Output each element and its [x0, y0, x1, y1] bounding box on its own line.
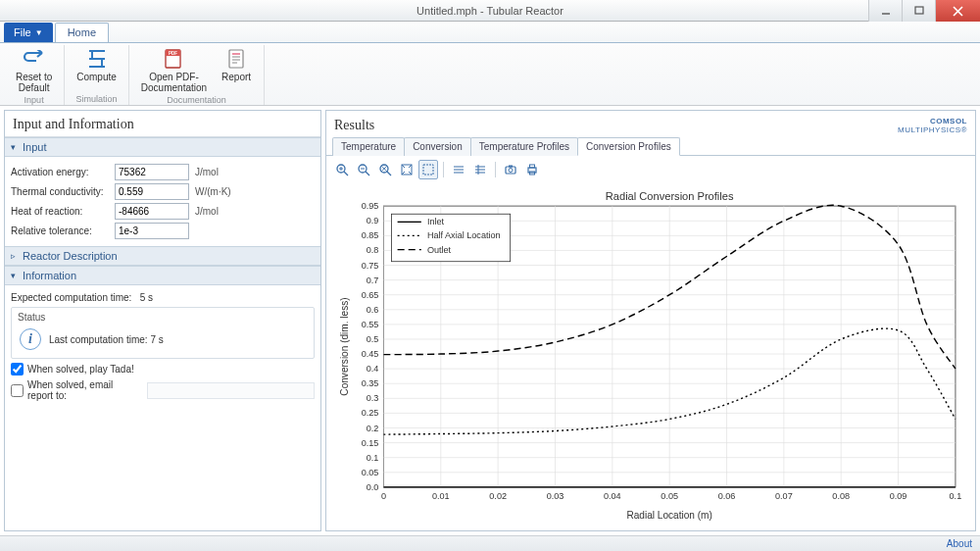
section-header-information[interactable]: ▾ Information — [5, 266, 320, 285]
svg-text:0.6: 0.6 — [367, 305, 379, 315]
zoom-reset-icon[interactable] — [375, 160, 395, 179]
thermal-conductivity-input[interactable] — [115, 183, 189, 200]
svg-text:0.4: 0.4 — [367, 364, 379, 374]
zoom-out-icon[interactable] — [354, 160, 373, 179]
reset-to-default-button[interactable]: Reset to Default — [10, 45, 58, 95]
toolbar-separator — [443, 162, 444, 177]
section-input-label: Input — [23, 141, 46, 153]
svg-text:0.08: 0.08 — [832, 491, 850, 501]
email-report-label: When solved, email report to: — [27, 379, 139, 401]
zoom-in-icon[interactable] — [332, 160, 352, 179]
svg-text:Half Axial Location: Half Axial Location — [427, 230, 501, 240]
svg-text:0: 0 — [381, 491, 386, 501]
section-header-input[interactable]: ▾ Input — [5, 137, 320, 157]
tab-temperature[interactable]: Temperature — [332, 137, 405, 156]
heat-of-reaction-label: Heat of reaction: — [11, 206, 115, 217]
svg-text:0.65: 0.65 — [362, 290, 379, 300]
svg-text:0.1: 0.1 — [367, 453, 379, 463]
open-pdf-documentation-button[interactable]: PDF Open PDF- Documentation — [135, 45, 213, 95]
svg-text:Inlet: Inlet — [427, 217, 445, 226]
section-header-reactor-description[interactable]: ▹ Reactor Description — [5, 246, 320, 266]
snapshot-icon[interactable] — [501, 160, 520, 179]
svg-text:0.15: 0.15 — [362, 438, 379, 448]
svg-text:0.2: 0.2 — [367, 424, 379, 433]
svg-text:0.25: 0.25 — [362, 408, 379, 418]
ribbon-group-input-label: Input — [24, 95, 44, 106]
svg-text:0.07: 0.07 — [775, 491, 793, 501]
thermal-conductivity-unit: W/(m·K) — [195, 186, 231, 197]
tab-conversion-profiles[interactable]: Conversion Profiles — [577, 137, 680, 156]
chevron-down-icon: ▾ — [11, 142, 19, 152]
grid-icon[interactable] — [449, 160, 468, 179]
svg-text:0.05: 0.05 — [661, 491, 678, 501]
window-titlebar: Untitled.mph - Tubular Reactor — [0, 0, 980, 22]
expected-computation-time-label: Expected computation time: — [11, 292, 131, 303]
thermal-conductivity-label: Thermal conductivity: — [11, 186, 115, 197]
activation-energy-unit: J/mol — [195, 167, 219, 177]
play-tada-label: When solved, play Tada! — [27, 364, 134, 375]
svg-text:0.55: 0.55 — [362, 320, 379, 329]
window-minimize-button[interactable] — [868, 0, 902, 22]
tab-temperature-profiles[interactable]: Temperature Profiles — [470, 137, 578, 156]
window-close-button[interactable] — [935, 0, 980, 22]
open-pdf-documentation-label: Open PDF- Documentation — [141, 72, 207, 93]
play-tada-checkbox[interactable] — [11, 363, 24, 376]
svg-text:PDF: PDF — [169, 51, 177, 56]
email-report-checkbox[interactable] — [11, 384, 24, 397]
chevron-down-icon: ▾ — [11, 271, 19, 280]
plot-toolbar — [326, 156, 975, 183]
legend-icon[interactable] — [470, 160, 490, 179]
svg-text:0.01: 0.01 — [432, 491, 450, 501]
svg-text:0.09: 0.09 — [890, 491, 907, 501]
svg-text:Outlet: Outlet — [427, 245, 452, 255]
svg-text:0.9: 0.9 — [367, 216, 379, 225]
zoom-extents-icon[interactable] — [397, 160, 416, 179]
report-icon — [224, 47, 248, 71]
brand-top: COMSOL — [898, 117, 967, 125]
section-information-label: Information — [23, 270, 76, 281]
compute-button[interactable]: Compute — [71, 45, 122, 84]
brand-bottom: MULTIPHYSICS® — [898, 125, 967, 134]
svg-text:0.3: 0.3 — [367, 393, 379, 403]
svg-text:0.75: 0.75 — [362, 261, 379, 271]
comsol-brand-logo: COMSOL MULTIPHYSICS® — [898, 117, 967, 134]
tab-home[interactable]: Home — [55, 23, 109, 42]
svg-text:0.95: 0.95 — [362, 201, 379, 211]
ribbon-panel: Reset to Default Input Compute Simulatio… — [0, 43, 980, 106]
zoom-box-icon[interactable] — [418, 160, 438, 179]
svg-text:0.7: 0.7 — [367, 276, 379, 285]
svg-text:0.03: 0.03 — [547, 491, 564, 501]
activation-energy-input[interactable] — [115, 164, 189, 180]
svg-line-25 — [387, 172, 391, 175]
svg-text:0.45: 0.45 — [362, 349, 379, 359]
svg-text:0.35: 0.35 — [362, 378, 379, 388]
reset-icon — [23, 47, 46, 71]
ribbon-tabs-row: File ▼ Home — [0, 22, 980, 43]
expected-computation-time-value: 5 s — [140, 292, 153, 303]
svg-text:Conversion (dim. less): Conversion (dim. less) — [339, 297, 350, 395]
conversion-profiles-chart: 00.010.020.030.040.050.060.070.080.090.1… — [334, 185, 967, 524]
left-panel-title: Input and Information — [5, 111, 320, 137]
relative-tolerance-input[interactable] — [115, 223, 189, 239]
svg-text:0.06: 0.06 — [718, 491, 736, 501]
print-icon[interactable] — [522, 160, 542, 179]
svg-point-29 — [509, 169, 513, 173]
results-title: Results — [334, 118, 374, 133]
tab-conversion[interactable]: Conversion — [404, 137, 471, 156]
about-link[interactable]: About — [947, 538, 972, 549]
svg-text:Radial Conversion Profiles: Radial Conversion Profiles — [606, 190, 734, 202]
svg-text:0.0: 0.0 — [367, 482, 379, 492]
svg-text:0.04: 0.04 — [604, 491, 621, 501]
window-maximize-button[interactable] — [902, 0, 935, 22]
svg-text:0.1: 0.1 — [950, 491, 962, 501]
file-menu-button[interactable]: File ▼ — [4, 23, 53, 42]
report-button[interactable]: Report — [215, 45, 258, 95]
compute-label: Compute — [76, 72, 117, 82]
file-menu-label: File — [14, 26, 31, 38]
result-tabs: Temperature Conversion Temperature Profi… — [326, 136, 975, 156]
chevron-right-icon: ▹ — [11, 251, 19, 261]
heat-of-reaction-input[interactable] — [115, 203, 189, 220]
dropdown-caret-icon: ▼ — [35, 28, 43, 37]
email-report-input[interactable] — [147, 382, 315, 399]
report-label: Report — [221, 72, 251, 82]
